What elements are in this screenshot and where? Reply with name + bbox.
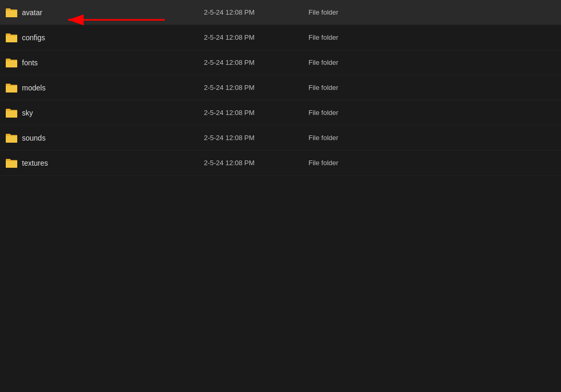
- list-item[interactable]: sounds 2-5-24 12:08 PM File folder: [0, 125, 561, 151]
- file-date: 2-5-24 12:08 PM: [204, 159, 308, 167]
- file-date: 2-5-24 12:08 PM: [204, 84, 308, 91]
- file-name: fonts: [22, 59, 38, 67]
- folder-icon: [5, 57, 18, 68]
- list-item[interactable]: fonts 2-5-24 12:08 PM File folder: [0, 50, 561, 75]
- folder-icon: [5, 83, 18, 93]
- file-name: sky: [22, 109, 33, 117]
- file-type: File folder: [308, 134, 413, 142]
- file-type: File folder: [308, 59, 413, 66]
- folder-icon: [5, 7, 18, 18]
- list-item[interactable]: avatar 2-5-24 12:08 PM File folder: [0, 0, 561, 25]
- folder-icon: [5, 7, 18, 18]
- folder-icon: [5, 32, 18, 43]
- folder-icon: [5, 108, 18, 118]
- file-date: 2-5-24 12:08 PM: [204, 59, 308, 66]
- file-type: File folder: [308, 159, 413, 167]
- folder-icon: [5, 133, 18, 143]
- file-list: avatar 2-5-24 12:08 PM File folder confi…: [0, 0, 561, 176]
- file-name-column: models: [5, 83, 204, 93]
- file-name: avatar: [22, 8, 42, 17]
- file-name: textures: [22, 159, 48, 167]
- folder-icon: [5, 108, 18, 118]
- folder-icon: [5, 83, 18, 93]
- list-item[interactable]: textures 2-5-24 12:08 PM File folder: [0, 151, 561, 176]
- file-date: 2-5-24 12:08 PM: [204, 134, 308, 142]
- list-item[interactable]: configs 2-5-24 12:08 PM File folder: [0, 25, 561, 50]
- folder-icon: [5, 133, 18, 143]
- file-name: configs: [22, 33, 45, 42]
- file-name-column: sounds: [5, 133, 204, 143]
- folder-icon: [5, 57, 18, 68]
- file-name: sounds: [22, 134, 45, 142]
- file-type: File folder: [308, 8, 413, 16]
- file-name: models: [22, 84, 45, 92]
- file-type: File folder: [308, 84, 413, 91]
- folder-icon: [5, 32, 18, 43]
- file-name-column: configs: [5, 32, 204, 43]
- file-type: File folder: [308, 33, 413, 41]
- file-date: 2-5-24 12:08 PM: [204, 109, 308, 117]
- file-name-column: textures: [5, 158, 204, 168]
- file-name-column: fonts: [5, 57, 204, 68]
- folder-icon: [5, 158, 18, 168]
- folder-icon: [5, 158, 18, 168]
- file-name-column: sky: [5, 108, 204, 118]
- list-item[interactable]: models 2-5-24 12:08 PM File folder: [0, 75, 561, 100]
- file-name-column: avatar: [5, 7, 204, 18]
- file-date: 2-5-24 12:08 PM: [204, 33, 308, 41]
- file-date: 2-5-24 12:08 PM: [204, 8, 308, 16]
- list-item[interactable]: sky 2-5-24 12:08 PM File folder: [0, 100, 561, 125]
- file-type: File folder: [308, 109, 413, 117]
